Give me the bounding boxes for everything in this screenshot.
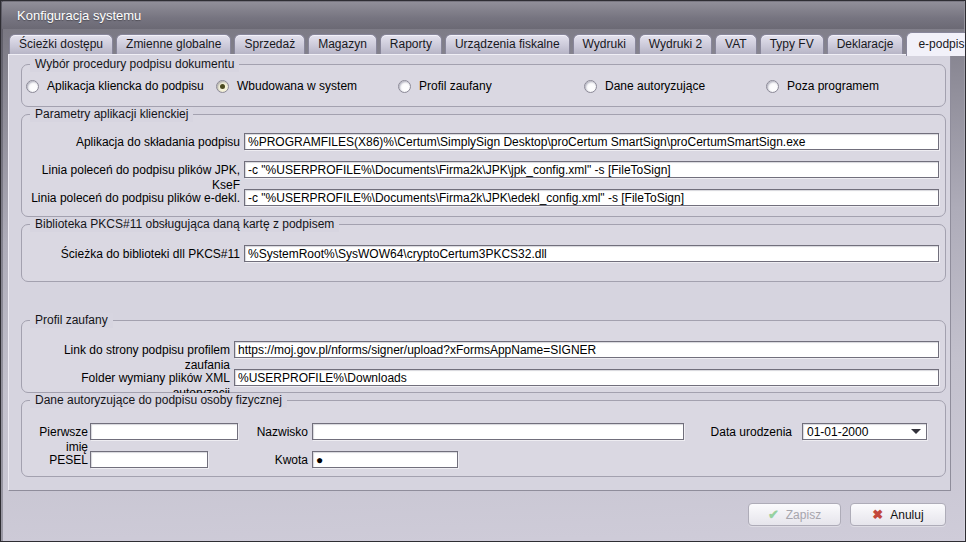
input-link-podpisu[interactable]	[234, 341, 939, 358]
group-legend: Dane autoryzujące do podpisu osoby fizyc…	[30, 393, 287, 408]
radio-label: Dane autoryzujące	[605, 79, 705, 93]
radio-selected-icon	[216, 80, 229, 93]
group-legend: Wybór procedury podpisu dokumentu	[30, 57, 239, 72]
input-nazwisko[interactable]	[312, 423, 684, 440]
field-label-aplikacja-do-skladania: Aplikacja do składania podpisu	[22, 135, 240, 150]
radio-wbudowana-w-system[interactable]: Wbudowana w system	[216, 79, 357, 93]
tab-magazyn[interactable]: Magazyn	[308, 34, 377, 54]
tab-e-podpis[interactable]: e-podpis	[906, 32, 966, 56]
tab-urzadzenia-fiskalne[interactable]: Urządzenia fiskalne	[445, 34, 570, 54]
group-profil-zaufany: Profil zaufany Link do strony podpisu pr…	[21, 320, 946, 393]
tab-sprzedaz[interactable]: Sprzedaż	[234, 34, 305, 54]
input-folder-wymiany[interactable]	[234, 369, 939, 386]
radio-poza-programem[interactable]: Poza programem	[766, 79, 879, 93]
group-dane-autoryzujace: Dane autoryzujące do podpisu osoby fizyc…	[21, 400, 946, 477]
group-parametry-aplikacji: Parametry aplikacji klienckiej Aplikacja…	[21, 114, 946, 217]
field-label-kwota: Kwota	[222, 453, 308, 468]
input-linia-polecen-jpk[interactable]	[244, 161, 939, 178]
save-button-label: Zapisz	[786, 508, 821, 522]
radio-icon	[26, 80, 39, 93]
tab-deklaracje[interactable]: Deklaracje	[827, 34, 904, 54]
cancel-button[interactable]: ✖ Anuluj	[850, 503, 946, 526]
radio-icon	[398, 80, 411, 93]
birth-date-value: 01-01-2000	[807, 425, 911, 439]
radio-icon	[766, 80, 779, 93]
tab-wydruki-2[interactable]: Wydruki 2	[639, 34, 712, 54]
field-label-data-urodzenia: Data urodzenia	[662, 425, 792, 440]
chevron-down-icon	[911, 429, 921, 434]
field-label-nazwisko: Nazwisko	[222, 425, 308, 440]
tab-page-e-podpis: Wybór procedury podpisu dokumentu Aplika…	[8, 54, 951, 491]
group-legend: Biblioteka PKCS#11 obsługująca daną kart…	[30, 217, 339, 232]
group-procedura-podpisu: Wybór procedury podpisu dokumentu Aplika…	[21, 64, 946, 107]
radio-aplikacja-kliencka[interactable]: Aplikacja kliencka do podpisu	[26, 79, 204, 93]
field-label-sciezka-pkcs11: Ścieżka do biblioteki dll PKCS#11	[22, 247, 240, 262]
tab-vat[interactable]: VAT	[715, 34, 757, 54]
group-biblioteka-pkcs11: Biblioteka PKCS#11 obsługująca daną kart…	[21, 224, 946, 282]
config-dialog: Konfiguracja systemu Ścieżki dostępu Zmi…	[0, 0, 966, 542]
save-button[interactable]: ✔ Zapisz	[748, 503, 841, 526]
input-linia-polecen-edekl[interactable]	[244, 189, 939, 206]
field-label-linia-polecen-edekl: Linia poleceń do podpisu plików e-dekl.	[22, 191, 240, 206]
tab-strip: Ścieżki dostępu Zmienne globalne Sprzeda…	[9, 32, 957, 54]
tab-sciezki-dostepu[interactable]: Ścieżki dostępu	[9, 34, 113, 54]
radio-icon	[584, 80, 597, 93]
input-pesel[interactable]	[90, 451, 208, 468]
tab-typy-fv[interactable]: Typy FV	[760, 34, 824, 54]
tab-raporty[interactable]: Raporty	[380, 34, 442, 54]
field-label-link-podpisu: Link do strony podpisu profilem zaufania	[22, 343, 230, 373]
tab-zmienne-globalne[interactable]: Zmienne globalne	[116, 34, 231, 54]
radio-label: Wbudowana w system	[237, 79, 357, 93]
titlebar: Konfiguracja systemu	[2, 2, 964, 29]
birth-date-select[interactable]: 01-01-2000	[802, 423, 927, 440]
x-icon: ✖	[872, 508, 883, 521]
input-kwota[interactable]	[312, 451, 458, 468]
radio-profil-zaufany[interactable]: Profil zaufany	[398, 79, 492, 93]
group-legend: Profil zaufany	[30, 313, 113, 328]
field-label-pesel: PESEL	[22, 453, 88, 468]
radio-dane-autoryzujace[interactable]: Dane autoryzujące	[584, 79, 705, 93]
radio-label: Profil zaufany	[419, 79, 492, 93]
window-title: Konfiguracja systemu	[17, 8, 141, 23]
radio-label: Poza programem	[787, 79, 879, 93]
field-label-linia-polecen-jpk: Linia poleceń do podpisu plików JPK, Kse…	[22, 163, 240, 193]
input-sciezka-pkcs11[interactable]	[244, 245, 939, 262]
check-icon: ✔	[768, 508, 779, 521]
tab-wydruki[interactable]: Wydruki	[573, 34, 636, 54]
cancel-button-label: Anuluj	[890, 508, 923, 522]
radio-label: Aplikacja kliencka do podpisu	[47, 79, 204, 93]
input-pierwsze-imie[interactable]	[90, 423, 238, 440]
group-legend: Parametry aplikacji klienckiej	[30, 107, 193, 122]
input-aplikacja-do-skladania[interactable]	[244, 133, 939, 150]
field-label-pierwsze-imie: Pierwsze imię	[22, 425, 88, 455]
